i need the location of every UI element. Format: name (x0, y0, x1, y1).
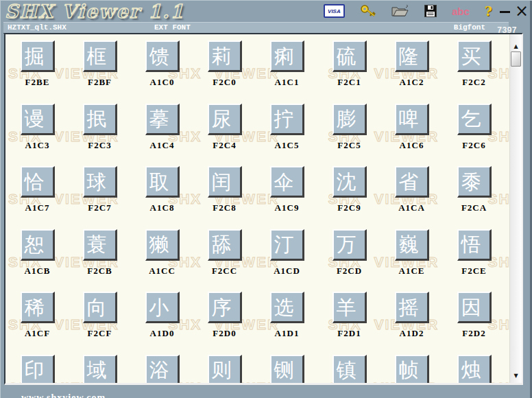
glyph-button[interactable]: 獭 (145, 229, 180, 261)
glyph-cell: 黍 F2CA (443, 166, 505, 229)
glyph-button[interactable]: 恰 (21, 166, 55, 198)
glyph-cell: 抿 F2C3 (69, 104, 131, 167)
glyph-button[interactable]: 省 (395, 166, 429, 198)
glyph-button[interactable]: 伞 (270, 166, 304, 198)
glyph-button[interactable]: 膨 (332, 104, 367, 135)
glyph-cell: 因 F2D2 (443, 292, 505, 355)
abc-text-icon[interactable]: abc (452, 5, 470, 17)
close-button[interactable]: × (515, 5, 529, 17)
glyph-char: 悟 (461, 233, 481, 255)
vertical-scrollbar[interactable]: ▲ ▼ (509, 34, 522, 383)
glyph-char: 痢 (274, 45, 294, 67)
glyph-button[interactable]: 烛 (457, 355, 492, 384)
glyph-cell: 蓑 F2CB (69, 229, 131, 292)
glyph-cell: 莉 F2C0 (193, 40, 256, 104)
minimize-button[interactable] (499, 5, 511, 17)
glyph-char: 稀 (25, 296, 45, 318)
glyph-panel: SHX VIEWER SHX VIEWER SHX VIEWER SHX VIE… (4, 33, 523, 385)
glyph-button[interactable]: 框 (83, 40, 117, 72)
help-question-icon[interactable]: ? (485, 3, 492, 19)
glyph-code: F2C1 (337, 77, 361, 88)
scroll-up-icon[interactable]: ▲ (513, 44, 518, 49)
glyph-cell: 帧 (380, 355, 443, 384)
glyph-char: 谩 (25, 108, 45, 130)
glyph-button[interactable]: 域 (83, 355, 117, 384)
glyph-button[interactable]: 铡 (270, 355, 304, 384)
glyph-button[interactable]: 汀 (270, 229, 304, 261)
visa-card-icon[interactable]: VISA (324, 4, 345, 18)
glyph-button[interactable]: 硫 (332, 40, 367, 72)
font-filename: HZTXT_qlt.SHX (8, 23, 66, 32)
glyph-button[interactable]: 因 (457, 292, 492, 323)
glyph-code: F2CE (461, 266, 487, 277)
glyph-button[interactable]: 巍 (395, 229, 429, 261)
glyph-char: 域 (87, 359, 107, 381)
glyph-code: A1D1 (275, 328, 300, 339)
glyph-code: A1C3 (25, 140, 50, 151)
glyph-button[interactable]: 小 (145, 292, 180, 323)
glyph-cell: 痢 A1C1 (256, 40, 318, 104)
glyph-cell: 巍 A1CE (380, 229, 443, 292)
glyph-char: 恕 (25, 233, 45, 255)
glyph-cell: 铡 (256, 355, 318, 384)
glyph-button[interactable]: 闰 (208, 166, 242, 198)
glyph-cell: 球 F2C7 (69, 166, 131, 229)
glyph-button[interactable]: 隆 (395, 40, 429, 72)
glyph-char: 沈 (337, 171, 356, 193)
glyph-button[interactable]: 球 (83, 166, 117, 198)
glyph-char: 因 (461, 296, 481, 318)
glyph-code: A1C8 (150, 202, 175, 213)
save-floppy-icon[interactable] (424, 5, 437, 17)
glyph-button[interactable]: 悟 (457, 229, 492, 261)
glyph-button[interactable]: 羊 (332, 292, 367, 323)
glyph-cell: 啤 A1C6 (380, 104, 443, 167)
glyph-button[interactable]: 则 (208, 355, 242, 384)
glyph-button[interactable]: 稀 (21, 292, 55, 323)
glyph-button[interactable]: 沈 (332, 166, 367, 198)
scroll-down-icon[interactable]: ▼ (513, 373, 518, 379)
glyph-cell: 汀 A1CD (256, 229, 318, 292)
glyph-button[interactable]: 印 (21, 355, 55, 384)
glyph-button[interactable]: 舔 (208, 229, 242, 261)
glyph-button[interactable]: 镇 (332, 355, 367, 384)
glyph-button[interactable]: 浴 (145, 355, 180, 384)
glyph-button[interactable]: 拧 (270, 104, 304, 135)
glyph-button[interactable]: 黍 (457, 166, 492, 198)
glyph-char: 伞 (274, 171, 294, 193)
glyph-button[interactable]: 尿 (208, 104, 242, 135)
scrollbar-thumb[interactable] (511, 51, 521, 67)
glyph-code: F2C2 (462, 77, 485, 88)
glyph-button[interactable]: 乞 (457, 104, 492, 135)
glyph-char: 莉 (212, 45, 232, 67)
glyph-button[interactable]: 谩 (21, 104, 55, 135)
key-icon[interactable] (360, 4, 376, 18)
glyph-button[interactable]: 掘 (21, 40, 55, 72)
glyph-cell: 獭 A1CC (131, 229, 193, 292)
glyph-button[interactable]: 蓑 (83, 229, 117, 261)
open-folder-icon[interactable] (391, 5, 409, 17)
glyph-button[interactable]: 摹 (145, 104, 180, 135)
glyph-button[interactable]: 选 (270, 292, 304, 323)
glyph-button[interactable]: 恕 (21, 229, 55, 261)
glyph-cell: 省 A1CA (380, 166, 443, 229)
glyph-char: 乞 (461, 108, 481, 130)
glyph-code: A1C9 (275, 202, 300, 213)
glyph-button[interactable]: 莉 (208, 40, 242, 72)
glyph-button[interactable]: 摇 (395, 292, 429, 323)
glyph-button[interactable]: 帧 (395, 355, 429, 384)
glyph-cell: 向 F2CF (69, 292, 131, 355)
glyph-button[interactable]: 抿 (83, 104, 117, 135)
glyph-char: 向 (87, 296, 107, 318)
glyph-button[interactable]: 买 (457, 40, 492, 72)
glyph-grid: 掘 F2BE 框 F2BF 馈 A1C0 莉 (5, 40, 509, 383)
glyph-button[interactable]: 馈 (145, 40, 180, 72)
glyph-button[interactable]: 向 (83, 292, 117, 323)
glyph-button[interactable]: 序 (208, 292, 242, 323)
glyph-button[interactable]: 万 (332, 229, 367, 261)
glyph-button[interactable]: 啤 (395, 104, 429, 135)
glyph-button[interactable]: 痢 (270, 40, 304, 72)
glyph-button[interactable]: 取 (145, 166, 180, 198)
footer-url: www.shxview.com (21, 393, 106, 398)
glyph-cell: 拧 A1C5 (256, 104, 318, 167)
glyph-code: A1C4 (150, 140, 175, 151)
